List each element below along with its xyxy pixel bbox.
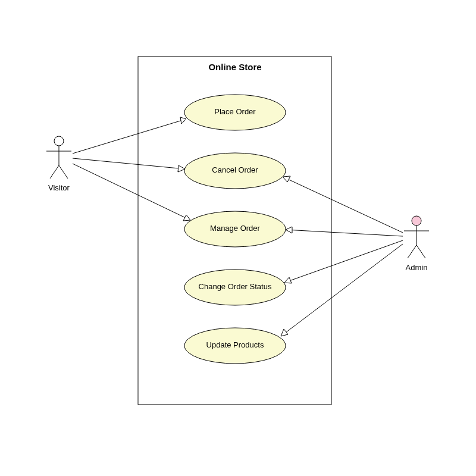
actor-visitor-label: Visitor [48,183,70,192]
actor-admin: Admin [404,216,429,272]
actor-visitor-leg-right [59,165,68,178]
svg-line-8 [286,230,403,236]
connector-visitor-cancel-order [73,158,185,172]
actor-admin-leg-left [408,245,416,258]
connector-admin-update-products [281,244,403,336]
svg-line-12 [281,244,403,336]
connector-admin-cancel-order [283,176,403,233]
actor-visitor-leg-left [50,165,59,178]
actor-visitor: Visitor [46,136,71,192]
usecase-label-3: Change Order Status [199,282,272,291]
connector-visitor-place-order [73,117,186,154]
actor-admin-head-icon [412,216,421,226]
svg-marker-3 [178,165,185,172]
system-title: Online Store [208,62,261,72]
usecase-label-4: Update Products [206,340,264,349]
svg-marker-7 [283,176,290,182]
actor-admin-label: Admin [406,263,428,272]
usecase-label-1: Cancel Order [212,165,258,174]
usecase-label-0: Place Order [214,107,256,116]
actor-visitor-head-icon [54,136,64,146]
svg-marker-9 [286,227,292,233]
connector-visitor-manage-order [73,164,190,221]
svg-line-10 [284,240,403,283]
connector-admin-manage-order [286,227,403,236]
svg-line-6 [283,177,403,233]
svg-line-2 [73,158,185,169]
svg-marker-13 [281,329,288,336]
svg-line-0 [73,119,186,154]
svg-marker-5 [183,215,190,221]
actor-admin-leg-right [416,245,425,258]
svg-marker-1 [180,117,186,124]
connector-admin-change-order-status [284,240,403,283]
use-case-diagram: Online Store Place Order Cancel Order Ma… [0,0,476,476]
svg-line-4 [73,164,190,220]
usecase-label-2: Manage Order [210,224,260,233]
svg-marker-11 [284,277,292,283]
